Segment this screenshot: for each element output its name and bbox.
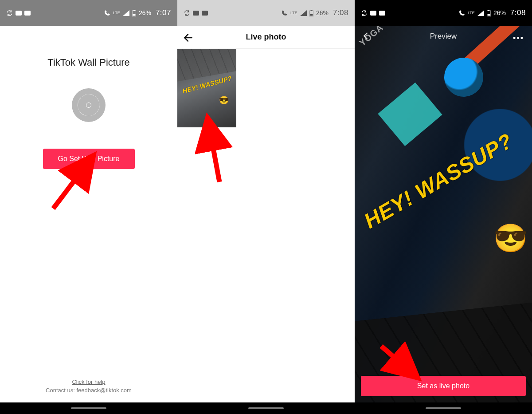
screen-preview: YOGA HEY! WASSUP? 😎 LTE 26% 7:08 Preview… — [355, 0, 532, 414]
svg-rect-12 — [370, 11, 376, 16]
svg-rect-10 — [310, 14, 313, 16]
android-nav-bar — [177, 402, 355, 414]
photo-keyboard-graphic — [355, 303, 532, 414]
go-set-wall-picture-button[interactable]: Go Set Wall Picture — [43, 149, 135, 169]
call-icon — [104, 10, 110, 16]
header-title: Preview — [430, 32, 457, 41]
header-title: Live photo — [246, 32, 286, 42]
badge-icon — [24, 11, 31, 16]
signal-icon — [123, 10, 129, 16]
header-bar: Live photo — [177, 26, 355, 49]
battery-percent: 26% — [316, 9, 329, 16]
svg-rect-3 — [133, 10, 135, 11]
svg-rect-1 — [24, 11, 31, 16]
wallpaper-disc-icon — [72, 88, 106, 122]
status-bar: LTE 26% 7:08 — [355, 0, 532, 26]
call-icon — [282, 10, 288, 16]
network-label: LTE — [113, 11, 120, 15]
nav-pill[interactable] — [71, 407, 106, 409]
contact-line: Contact us: feedback@tiktok.com — [0, 387, 177, 394]
network-label: LTE — [290, 11, 297, 15]
battery-icon — [487, 10, 491, 16]
back-button[interactable] — [361, 31, 371, 43]
status-right: LTE 26% 7:07 — [104, 8, 171, 17]
status-right: LTE 26% 7:08 — [459, 8, 526, 17]
svg-rect-4 — [133, 14, 135, 16]
sync-icon — [6, 10, 13, 16]
battery-icon — [309, 10, 313, 16]
svg-rect-9 — [311, 10, 312, 11]
svg-rect-6 — [193, 11, 199, 16]
contact-prefix: Contact us: — [46, 387, 76, 394]
clock: 7:08 — [333, 8, 348, 17]
screen-live-photo-gallery: LTE 26% 7:08 Live photo HEY! WASSUP? 😎 — [177, 0, 355, 414]
sunglasses-emoji-icon: 😎 — [219, 95, 229, 105]
status-right: LTE 26% 7:08 — [282, 8, 348, 17]
sync-icon — [184, 10, 190, 16]
svg-rect-0 — [16, 11, 22, 16]
badge-icon — [379, 11, 385, 16]
signal-icon — [300, 10, 307, 16]
set-as-live-photo-button[interactable]: Set as live photo — [361, 376, 526, 396]
svg-rect-15 — [488, 10, 489, 11]
sync-icon — [361, 10, 368, 16]
battery-icon — [132, 10, 136, 16]
status-bar: LTE 26% 7:07 — [0, 0, 177, 26]
call-icon — [459, 10, 465, 16]
badge-icon — [193, 11, 199, 16]
sunglasses-emoji-icon: 😎 — [493, 222, 528, 254]
status-left — [184, 10, 208, 16]
click-for-help-link[interactable]: Click for help — [0, 379, 177, 385]
svg-rect-13 — [379, 11, 385, 16]
live-photo-thumbnail[interactable]: HEY! WASSUP? 😎 — [177, 49, 236, 127]
main-content: TikTok Wall Picture Go Set Wall Picture — [0, 26, 177, 414]
svg-rect-16 — [487, 14, 490, 16]
android-nav-bar — [355, 402, 532, 414]
signal-icon — [477, 10, 484, 16]
badge-icon — [16, 11, 22, 16]
clock: 7:07 — [156, 8, 171, 17]
live-photo-grid: HEY! WASSUP? 😎 — [177, 49, 355, 414]
badge-icon — [202, 11, 208, 16]
footer-help: Click for help Contact us: feedback@tikt… — [0, 379, 177, 394]
android-nav-bar — [0, 402, 177, 414]
clock: 7:08 — [510, 8, 526, 17]
badge-icon — [370, 11, 376, 16]
status-left — [361, 10, 385, 16]
screen-tiktok-wall-picture: LTE 26% 7:07 TikTok Wall Picture Go Set … — [0, 0, 177, 414]
more-options-button[interactable]: ••• — [513, 34, 524, 43]
battery-percent: 26% — [493, 9, 506, 16]
contact-email: feedback@tiktok.com — [76, 387, 131, 394]
battery-percent: 26% — [139, 9, 151, 16]
status-bar: LTE 26% 7:08 — [177, 0, 355, 26]
header-bar: Preview ••• — [355, 26, 532, 47]
status-left — [6, 10, 31, 16]
network-label: LTE — [468, 11, 475, 15]
svg-rect-7 — [202, 11, 208, 16]
page-title: TikTok Wall Picture — [47, 57, 129, 68]
back-button[interactable] — [183, 32, 194, 45]
nav-pill[interactable] — [426, 407, 461, 409]
nav-pill[interactable] — [248, 407, 284, 409]
